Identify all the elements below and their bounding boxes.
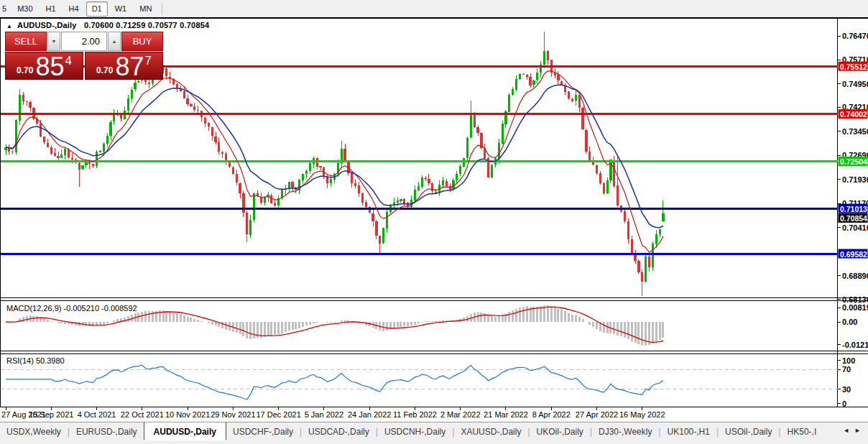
candle-down [186, 98, 188, 104]
candle-up [249, 220, 251, 234]
tab-ukoil-daily[interactable]: UKOil-,Daily [530, 425, 590, 439]
candle-down [29, 102, 31, 108]
tabs-scroll-right-button[interactable]: ► [854, 427, 861, 434]
date-label: 27 Apr 2022 [576, 410, 618, 419]
price-badge-value: 0.72504 [840, 157, 867, 166]
candle-down [26, 101, 28, 102]
tab-dj30-weekly[interactable]: DJ30-,Weekly [592, 425, 658, 439]
candle-down [211, 127, 213, 137]
timeframe-button-h4[interactable]: H4 [63, 1, 85, 17]
sell-price-display[interactable]: 0.70 85 4 [5, 52, 83, 80]
tab-usdcad-daily[interactable]: USDCAD-,Daily [302, 425, 376, 439]
candle-up [508, 95, 510, 112]
candle-up [652, 244, 654, 267]
candle-up [515, 79, 517, 89]
date-label: 24 Jan 2022 [348, 410, 392, 419]
candle-up [305, 171, 308, 174]
tab-audusd-daily[interactable]: AUDUSD-,Daily [144, 422, 226, 440]
timeframe-button-w1[interactable]: W1 [109, 1, 133, 17]
tab-usoil-daily[interactable]: USOil-,Daily [719, 425, 778, 439]
tab-uk100-h1[interactable]: UK100-,H1 [661, 425, 716, 439]
candle-down [239, 183, 241, 193]
volume-up-button[interactable]: ▲ [108, 32, 121, 51]
candle-up [466, 138, 468, 159]
date-label: 10 Nov 2021 [165, 410, 210, 419]
candle-down [50, 147, 52, 154]
tab-usdcnh-daily[interactable]: USDCNH-,Daily [378, 425, 452, 439]
collapse-triangle-icon[interactable]: ▲ [6, 23, 12, 29]
macd-indicator-label: MACD(12,26,9) -0.005210 -0.008592 [6, 304, 137, 313]
candle-up [645, 256, 647, 282]
candle-up [532, 80, 535, 85]
candle-down [204, 118, 206, 124]
candle-up [421, 177, 423, 188]
candle-up [330, 179, 332, 182]
date-label: 22 Oct 2021 [121, 410, 164, 419]
price-badge-value: 0.70854 [840, 214, 867, 223]
candle-down [578, 95, 581, 108]
rsi-axis-label: 0 [842, 399, 846, 408]
chart-symbol-label: AUDUSD-,Daily [17, 21, 77, 29]
candle-down [242, 193, 244, 212]
candle-down [47, 143, 49, 147]
candle-down [522, 74, 525, 75]
candle-up [491, 165, 493, 177]
date-label: 11 Feb 2022 [393, 410, 437, 419]
tab-usdchf-daily[interactable]: USDCHF-,Daily [226, 425, 300, 439]
candle-down [588, 152, 591, 162]
buy-price-prefix: 0.70 [96, 65, 113, 75]
candle-up [456, 174, 458, 180]
candle-up [386, 212, 388, 228]
timeframe-button-5[interactable]: 5 [1, 1, 10, 17]
candle-up [519, 74, 521, 79]
candle-up [253, 193, 255, 220]
date-label: 2 Mar 2022 [440, 410, 481, 419]
price-badge-value: 0.75512 [840, 63, 867, 71]
candle-down [22, 95, 24, 101]
date-label: 4 Oct 2021 [78, 410, 116, 419]
candle-down [78, 163, 80, 170]
candle-down [564, 85, 566, 92]
candle-down [568, 91, 570, 98]
candle-down [603, 183, 605, 193]
candle-up [309, 163, 311, 171]
sell-button[interactable]: SELL [5, 32, 47, 51]
candle-up [498, 143, 500, 159]
buy-price-display[interactable]: 0.70 87 7 [85, 52, 163, 80]
tab-xauusd-daily[interactable]: XAUUSD-,Daily [454, 425, 527, 439]
buy-button[interactable]: BUY [121, 32, 163, 51]
tabs-scroll-left-button[interactable]: ◄ [843, 427, 849, 434]
macd-axis-label: 0.00 [842, 318, 857, 326]
candle-down [596, 165, 598, 173]
rsi-axis-label: 100 [842, 356, 855, 365]
buy-price-big: 87 [115, 55, 144, 78]
timeframe-button-m30[interactable]: M30 [11, 1, 38, 17]
sell-price-prefix: 0.70 [17, 65, 33, 75]
timeframe-button-d1[interactable]: D1 [86, 1, 108, 17]
macd-axis-label: 0.008197 [842, 303, 868, 312]
candle-up [400, 199, 402, 201]
candle-down [57, 156, 59, 158]
date-label: 5 Jan 2022 [305, 410, 343, 419]
candle-up [382, 228, 384, 243]
tab-hk50-i[interactable]: HK50-,I [781, 425, 823, 439]
tab-usdx-weekly[interactable]: USDX,Weekly [0, 425, 68, 439]
timeframe-button-mn[interactable]: MN [134, 1, 157, 17]
candle-down [270, 195, 272, 203]
volume-input[interactable]: 2.00 [61, 32, 107, 51]
candle-up [417, 186, 420, 190]
tab-eurusd-daily[interactable]: EURUSD-,Daily [70, 425, 144, 439]
timeframe-button-h1[interactable]: H1 [40, 1, 62, 17]
date-label: 29 Nov 2021 [211, 410, 255, 419]
sell-price-pip: 4 [65, 54, 71, 68]
candle-up [60, 154, 63, 158]
mt4-window: 5M30H1H4D1W1MN 0.764700.757100.749500.74… [0, 0, 868, 444]
candle-up [15, 120, 17, 152]
candle-down [218, 142, 220, 152]
candle-down [214, 137, 216, 143]
candle-up [606, 180, 609, 193]
candle-down [624, 211, 626, 221]
candle-down [627, 221, 629, 239]
candle-down [351, 173, 353, 183]
volume-down-button[interactable]: ▼ [47, 32, 60, 51]
